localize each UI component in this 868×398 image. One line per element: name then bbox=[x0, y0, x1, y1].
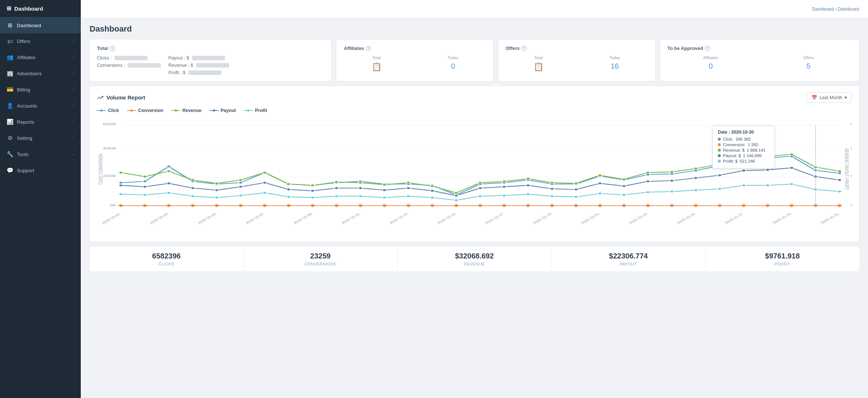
affiliates-card-title: Affiliates ? bbox=[344, 46, 486, 51]
total-info-icon[interactable]: ? bbox=[110, 46, 115, 51]
x-axis-label: 2020-10-21 bbox=[579, 212, 601, 224]
sidebar-label-dashboard: Dashboard bbox=[17, 23, 41, 28]
sidebar-item-advertisers[interactable]: 🏢 Advertisers ‹ bbox=[0, 65, 81, 82]
date-range-button[interactable]: 📅 Last Month ▾ bbox=[807, 92, 852, 103]
sidebar-item-offers[interactable]: 🏷 Offers ‹ bbox=[0, 33, 81, 49]
svg-point-112 bbox=[742, 169, 746, 171]
affiliates-total-value[interactable]: 📋 bbox=[372, 62, 381, 72]
chevron-icon: ‹ bbox=[73, 55, 74, 59]
tooltip-conversion-label: Conversion: bbox=[723, 142, 745, 147]
page-title: Dashboard bbox=[90, 24, 859, 34]
tooltip-conversion-row: Conversion: 1 282 bbox=[718, 142, 769, 147]
svg-point-5 bbox=[175, 109, 177, 112]
svg-marker-162 bbox=[453, 204, 459, 207]
svg-point-29 bbox=[239, 181, 243, 184]
offers-today-col: Today 16 bbox=[582, 55, 647, 72]
affiliates-info-icon[interactable]: ? bbox=[366, 46, 371, 51]
sidebar-item-reports[interactable]: 📊 Reports ‹ bbox=[0, 114, 81, 130]
legend-line-payout bbox=[210, 109, 218, 112]
sidebar-item-setting[interactable]: ⚙ Setting ‹ bbox=[0, 130, 81, 146]
svg-point-128 bbox=[382, 196, 386, 199]
summary-label-clicks: CLICKS bbox=[97, 262, 236, 266]
x-axis-label: 2020-10-11 bbox=[340, 212, 361, 224]
support-icon: 💬 bbox=[7, 167, 13, 174]
tooltip-click-dot bbox=[718, 138, 721, 141]
x-axis-label: 2020-10-29 bbox=[771, 212, 792, 224]
sidebar-nav: ⊞ Dashboard 🏷 Offers ‹ 👥 Affiliates ‹ 🏢 … bbox=[0, 17, 81, 178]
summary-item-payout: $22306.774 PAYOUT bbox=[551, 247, 705, 271]
svg-point-129 bbox=[406, 195, 411, 197]
svg-point-130 bbox=[430, 196, 434, 199]
total-card: Total ? Clicks : Conversions : Pay bbox=[90, 40, 331, 81]
sidebar-label-accounts: Accounts bbox=[17, 103, 37, 109]
legend-item-profit: Profit bbox=[244, 108, 267, 113]
affiliates-today-value[interactable]: 0 bbox=[451, 62, 455, 70]
svg-marker-165 bbox=[525, 204, 531, 207]
svg-marker-170 bbox=[645, 204, 651, 207]
affiliates-today-col: Today 0 bbox=[420, 55, 486, 72]
svg-point-113 bbox=[766, 169, 770, 171]
clicks-line: Clicks : bbox=[97, 55, 161, 61]
approved-affiliates-value[interactable]: 0 bbox=[709, 62, 713, 70]
svg-point-131 bbox=[454, 199, 458, 201]
svg-point-137 bbox=[598, 192, 602, 195]
chart-legend: Click Conversion Revenue Payout bbox=[97, 108, 852, 113]
payout-line: Payout : $ bbox=[168, 55, 229, 61]
svg-point-9 bbox=[247, 109, 249, 112]
svg-point-73 bbox=[550, 181, 554, 184]
chevron-icon: ‹ bbox=[73, 136, 74, 140]
svg-point-116 bbox=[838, 179, 842, 181]
legend-item-payout: Payout bbox=[210, 108, 236, 113]
sidebar-item-affiliates[interactable]: 👥 Affiliates ‹ bbox=[0, 49, 81, 65]
svg-marker-161 bbox=[430, 204, 435, 207]
svg-point-86 bbox=[119, 184, 123, 187]
revenue-bar bbox=[196, 63, 229, 68]
svg-point-74 bbox=[574, 182, 578, 184]
svg-point-87 bbox=[143, 185, 147, 188]
svg-point-79 bbox=[694, 167, 698, 170]
x-axis-label: 2020-10-23 bbox=[628, 212, 649, 224]
offers-today-value[interactable]: 16 bbox=[611, 62, 619, 70]
offers-icon: 🏷 bbox=[7, 38, 13, 44]
svg-point-88 bbox=[167, 182, 171, 184]
svg-marker-153 bbox=[238, 204, 243, 207]
volume-title: Volume Report bbox=[97, 94, 145, 101]
svg-point-117 bbox=[119, 193, 123, 195]
svg-point-71 bbox=[502, 180, 506, 182]
sidebar-item-left: 📊 Reports bbox=[7, 119, 34, 125]
approved-info-icon[interactable]: ? bbox=[705, 46, 710, 51]
x-axis-label: 2020-10-07 bbox=[244, 212, 265, 224]
svg-marker-159 bbox=[381, 204, 387, 207]
sidebar-item-left: 👤 Accounts bbox=[7, 102, 37, 109]
svg-point-147 bbox=[838, 190, 842, 192]
legend-item-conversion: Conversion bbox=[127, 108, 163, 113]
sidebar-item-billing[interactable]: 💳 Billing ‹ bbox=[0, 82, 81, 98]
approved-offers-value[interactable]: 5 bbox=[806, 62, 810, 70]
svg-point-141 bbox=[694, 189, 698, 191]
sidebar-item-dashboard[interactable]: ⊞ Dashboard bbox=[0, 17, 81, 33]
svg-point-75 bbox=[598, 174, 602, 176]
summary-item-conversions: 23259 CONVERSIONS bbox=[243, 247, 397, 271]
affiliates-grid: Total 📋 Today 0 bbox=[344, 55, 486, 72]
offers-info-icon[interactable]: ? bbox=[521, 46, 527, 51]
svg-point-110 bbox=[694, 177, 698, 179]
stats-row: Total ? Clicks : Conversions : Pay bbox=[81, 37, 868, 86]
legend-line-profit bbox=[244, 109, 253, 112]
svg-point-76 bbox=[622, 178, 626, 180]
sidebar-item-tools[interactable]: 🔧 Tools ‹ bbox=[0, 146, 81, 162]
sidebar-item-accounts[interactable]: 👤 Accounts ‹ bbox=[0, 98, 81, 114]
svg-point-26 bbox=[167, 165, 171, 167]
offers-total-value[interactable]: 📋 bbox=[534, 62, 543, 72]
svg-point-24 bbox=[119, 181, 123, 184]
sidebar-item-left: 👥 Affiliates bbox=[7, 54, 36, 61]
calendar-icon: 📅 bbox=[811, 95, 817, 100]
svg-marker-172 bbox=[693, 204, 698, 207]
sidebar-item-left: 🏷 Offers bbox=[7, 38, 30, 44]
conversions-line: Conversions : bbox=[97, 63, 161, 68]
chart-container: 600k 400k 200k 0k $3000 $2000 $1000 $0 C… bbox=[97, 118, 852, 236]
offers-card-title: Offers ? bbox=[506, 46, 648, 51]
svg-point-136 bbox=[574, 196, 578, 198]
svg-marker-175 bbox=[765, 204, 770, 207]
sidebar-item-support[interactable]: 💬 Support bbox=[0, 162, 81, 178]
svg-point-57 bbox=[167, 170, 171, 172]
